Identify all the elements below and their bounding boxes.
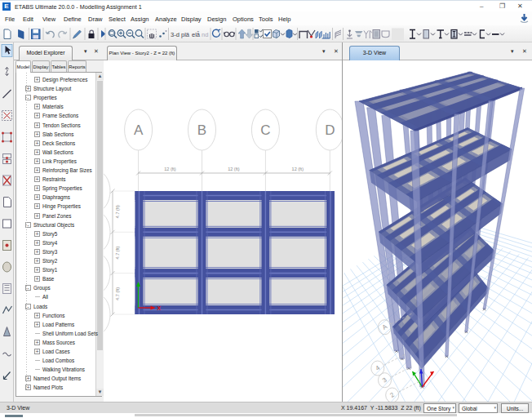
svg-text:nd: nd bbox=[202, 31, 208, 38]
svg-text:4.7 (ft): 4.7 (ft) bbox=[115, 287, 120, 300]
svg-text:4.7 (ft): 4.7 (ft) bbox=[115, 205, 120, 218]
svg-text:C: C bbox=[260, 122, 270, 138]
svg-text:X: X bbox=[157, 305, 162, 311]
svg-text:A: A bbox=[381, 322, 389, 331]
svg-text:D: D bbox=[325, 122, 335, 138]
svg-text:3-d: 3-d bbox=[171, 31, 180, 38]
svg-text:plä: plä bbox=[181, 31, 190, 38]
svg-text:12 (ft): 12 (ft) bbox=[292, 167, 304, 171]
svg-text:3: 3 bbox=[381, 376, 388, 384]
svg-text:4: 4 bbox=[374, 364, 381, 372]
svg-text:12 (ft): 12 (ft) bbox=[228, 167, 240, 171]
svg-text:A: A bbox=[134, 122, 144, 138]
svg-text:2: 2 bbox=[388, 391, 396, 399]
svg-text:12 (ft): 12 (ft) bbox=[164, 167, 176, 171]
svg-text:elẵ: elẵ bbox=[192, 31, 201, 38]
svg-text:B: B bbox=[197, 122, 206, 138]
svg-text:4.7 (ft): 4.7 (ft) bbox=[115, 246, 120, 259]
